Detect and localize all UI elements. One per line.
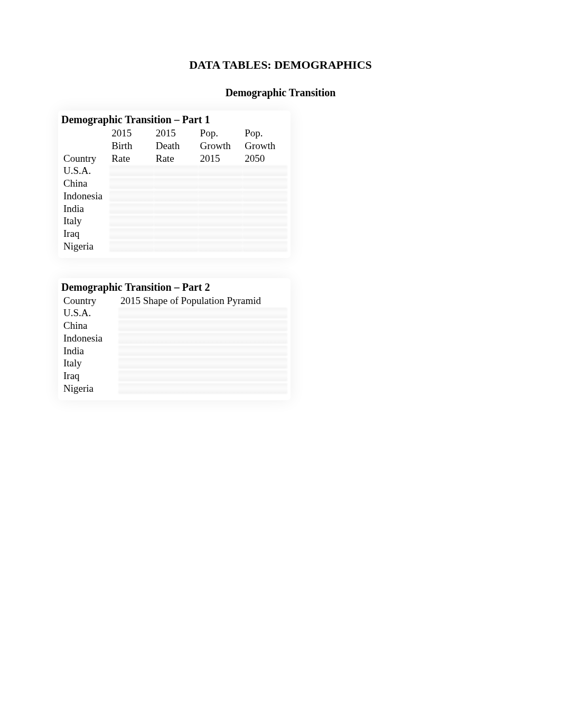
table2-header-country: Country [61,293,118,307]
country-cell: Nigeria [61,382,118,395]
table-row: India [61,345,287,357]
section-title: Demographic Transition [58,87,503,99]
table2-body: U.S.A. China Indonesia India Italy [61,307,287,394]
blurred-cell [118,357,287,370]
country-cell: India [61,345,118,357]
table-row: Italy [61,357,287,370]
blurred-cell [154,202,198,215]
table-row: Nigeria [61,240,287,253]
table-row: Indonesia [61,332,287,345]
blurred-cell [109,240,153,253]
blurred-cell [109,190,153,202]
table1-header-birth-rate: 2015 Birth Rate [109,126,153,164]
blurred-cell [154,227,198,240]
blurred-cell [198,227,243,240]
table1-body: U.S.A. China Indonesia [61,164,287,252]
country-cell: Nigeria [61,240,109,253]
table1-header-death-rate: 2015 Death Rate [154,126,198,164]
blurred-cell [242,240,287,253]
country-cell: Italy [61,215,109,227]
blurred-cell [109,227,153,240]
blurred-cell [242,215,287,227]
table-row: Iraq [61,370,287,382]
table-row: India [61,202,287,215]
blurred-cell [198,202,243,215]
country-cell: Indonesia [61,332,118,345]
blurred-cell [109,202,153,215]
table2-card: Demographic Transition – Part 2 Country … [58,278,291,400]
table-row: China [61,177,287,190]
country-cell: India [61,202,109,215]
blurred-cell [198,215,243,227]
table1-card: Demographic Transition – Part 1 Country … [58,110,291,258]
blurred-cell [109,177,153,190]
blurred-cell [154,240,198,253]
table-row: U.S.A. [61,307,287,319]
blurred-cell [154,177,198,190]
country-cell: Italy [61,357,118,370]
blurred-cell [242,227,287,240]
blurred-cell [242,164,287,177]
country-cell: Iraq [61,370,118,382]
blurred-cell [109,215,153,227]
table1-header-pop-growth-2015: Pop. Growth 2015 [198,126,243,164]
blurred-cell [118,382,287,395]
country-cell: U.S.A. [61,164,109,177]
table1-header-pop-growth-2050: Pop. Growth 2050 [242,126,287,164]
blurred-cell [198,190,243,202]
blurred-cell [118,345,287,357]
country-cell: Iraq [61,227,109,240]
blurred-cell [198,240,243,253]
blurred-cell [242,202,287,215]
blurred-cell [154,190,198,202]
table-row: Iraq [61,227,287,240]
blurred-cell [118,332,287,345]
blurred-cell [198,164,243,177]
blurred-cell [118,319,287,332]
table-row: China [61,319,287,332]
blurred-cell [118,307,287,319]
table-row: Italy [61,215,287,227]
table1-header-country: Country [61,126,109,164]
blurred-cell [198,177,243,190]
blurred-cell [154,164,198,177]
country-cell: U.S.A. [61,307,118,319]
blurred-cell [118,370,287,382]
table2-title: Demographic Transition – Part 2 [61,281,287,293]
table-row: U.S.A. [61,164,287,177]
blurred-cell [109,164,153,177]
table1: Country 2015 Birth Rate 2015 Death Rate … [61,126,287,253]
table2-header-shape: 2015 Shape of Population Pyramid [118,293,287,307]
table1-title: Demographic Transition – Part 1 [61,114,287,126]
country-cell: China [61,319,118,332]
country-cell: China [61,177,109,190]
table-row: Nigeria [61,382,287,395]
table-row: Indonesia [61,190,287,202]
table2: Country 2015 Shape of Population Pyramid… [61,293,287,395]
page-title: DATA TABLES: DEMOGRAPHICS [58,58,503,72]
document-page: DATA TABLES: DEMOGRAPHICS Demographic Tr… [0,0,561,728]
blurred-cell [154,215,198,227]
country-cell: Indonesia [61,190,109,202]
blurred-cell [242,177,287,190]
blurred-cell [242,190,287,202]
